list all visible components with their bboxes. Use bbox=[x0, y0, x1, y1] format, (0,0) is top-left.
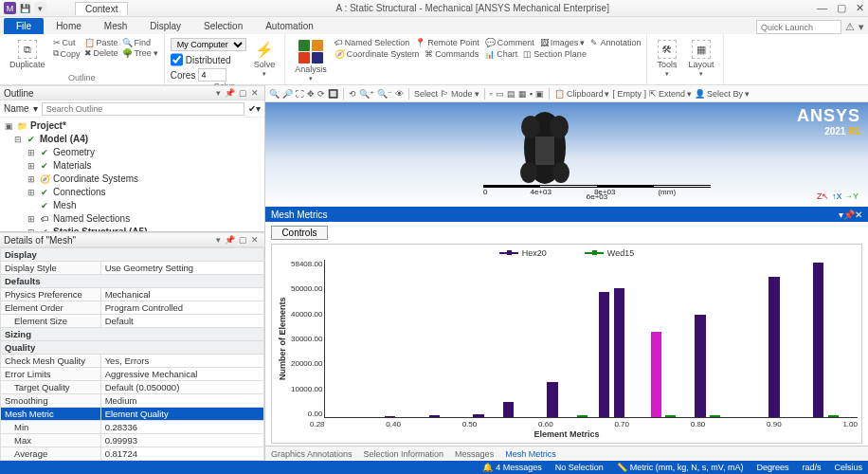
clipboard-button[interactable]: 📋 Clipboard▾ bbox=[554, 89, 610, 99]
sel-body-icon[interactable]: ▦ bbox=[518, 89, 527, 99]
details-val[interactable]: Program Controlled bbox=[100, 301, 263, 315]
mode-button[interactable]: 🏳 Mode▾ bbox=[441, 89, 479, 99]
tab-home[interactable]: Home bbox=[45, 18, 92, 34]
named-selection-button[interactable]: 🏷 Named Selection bbox=[335, 38, 410, 47]
tab-mesh[interactable]: Mesh bbox=[94, 18, 137, 34]
details-val[interactable]: Default (0.050000) bbox=[100, 381, 263, 394]
comment-button[interactable]: 💬 Comment bbox=[485, 38, 534, 47]
solve-button[interactable]: ⚡Solve▾ bbox=[250, 38, 280, 80]
details-section-defaults[interactable]: Defaults bbox=[1, 275, 264, 288]
context-tab[interactable]: Context bbox=[75, 2, 128, 15]
quick-launch-input[interactable] bbox=[756, 20, 841, 34]
mesh-pin-icon[interactable]: 📌 bbox=[843, 210, 855, 220]
cut-button[interactable]: ✂ Cut bbox=[53, 38, 81, 47]
search-dropdown-icon[interactable]: ✔▾ bbox=[248, 103, 261, 114]
outline-close-icon[interactable]: ✕ bbox=[249, 88, 261, 98]
tab-graphics-annotations[interactable]: Graphics Annotations bbox=[271, 449, 353, 459]
name-dropdown-icon[interactable]: ▾ bbox=[33, 103, 38, 114]
duplicate-button[interactable]: ⧉Duplicate bbox=[6, 38, 49, 71]
details-max-icon[interactable]: ▢ bbox=[237, 235, 249, 245]
zoom-out-icon[interactable]: 🔎 bbox=[282, 89, 293, 99]
tab-file[interactable]: File bbox=[4, 18, 44, 34]
details-pin-icon[interactable]: 📌 bbox=[223, 235, 237, 245]
delete-button[interactable]: ✖ Delete bbox=[84, 48, 118, 58]
status-units[interactable]: 📏 Metric (mm, kg, N, s, mV, mA) bbox=[617, 463, 744, 472]
zoom-all-icon[interactable]: 🔍⁺ bbox=[359, 89, 374, 99]
tab-selection[interactable]: Selection bbox=[193, 18, 253, 34]
find-button[interactable]: 🔍 Find bbox=[122, 38, 158, 47]
tools-button[interactable]: 🛠Tools▾ bbox=[653, 38, 680, 80]
triad-icon[interactable]: Z↖ ↑X →Y bbox=[817, 191, 859, 201]
details-val[interactable]: Yes, Errors bbox=[100, 355, 263, 368]
pan-icon[interactable]: ✥ bbox=[307, 89, 315, 99]
sel-node-icon[interactable]: ▪ bbox=[530, 89, 533, 99]
section-plane-button[interactable]: ◫ Section Plane bbox=[523, 49, 587, 59]
zoom-min-icon[interactable]: 🔍⁻ bbox=[377, 89, 392, 99]
layout-button[interactable]: ▦Layout▾ bbox=[684, 38, 717, 80]
tab-display[interactable]: Display bbox=[139, 18, 191, 34]
tree-connections[interactable]: ⊞✔Connections bbox=[0, 186, 264, 199]
cores-input[interactable] bbox=[198, 68, 226, 82]
legend-wed15[interactable]: Wed15 bbox=[585, 248, 634, 258]
view-3d[interactable]: ANSYS 2021 R1 04e+038e+03(mm) 6e+03 Z↖ ↑… bbox=[265, 102, 868, 207]
details-section-display[interactable]: Display bbox=[1, 248, 264, 262]
details-val[interactable]: Medium bbox=[100, 394, 263, 408]
solver-select[interactable]: My Computer bbox=[171, 38, 246, 51]
details-val[interactable]: Default bbox=[100, 315, 263, 328]
controls-button[interactable]: Controls bbox=[271, 226, 328, 240]
commands-button[interactable]: ⌘ Commands bbox=[425, 49, 479, 59]
select-button[interactable]: Select bbox=[414, 89, 438, 99]
sel-vertex-icon[interactable]: ▫ bbox=[490, 89, 493, 99]
images-button[interactable]: 🖼 Images▾ bbox=[540, 38, 586, 47]
outline-dropdown-icon[interactable]: ▾ bbox=[214, 88, 223, 98]
sel-edge-icon[interactable]: ▭ bbox=[496, 89, 504, 99]
view-icon[interactable]: 👁 bbox=[395, 89, 404, 99]
outline-max-icon[interactable]: ▢ bbox=[237, 88, 249, 98]
tab-messages[interactable]: Messages bbox=[455, 449, 494, 459]
zoom-box-icon[interactable]: 🔲 bbox=[328, 89, 338, 99]
mesh-close-icon[interactable]: ✕ bbox=[855, 210, 862, 220]
rotate-icon[interactable]: ⟳ bbox=[317, 89, 325, 99]
status-messages[interactable]: 🔔 4 Messages bbox=[482, 463, 542, 472]
tree-materials[interactable]: ⊞✔Materials bbox=[0, 159, 264, 173]
save-icon[interactable]: 💾 bbox=[19, 2, 31, 14]
details-val[interactable]: Mechanical bbox=[100, 288, 263, 301]
plot-area[interactable] bbox=[324, 260, 858, 418]
tree-button[interactable]: 🌳 Tree▾ bbox=[122, 48, 158, 58]
details-table[interactable]: Display Display StyleUse Geometry Settin… bbox=[0, 247, 264, 461]
details-section-quality[interactable]: Quality bbox=[1, 341, 264, 355]
tree-coord[interactable]: ⊞🧭Coordinate Systems bbox=[0, 173, 264, 186]
remote-point-button[interactable]: 📍 Remote Point bbox=[415, 38, 479, 47]
refresh-icon[interactable]: ⟲ bbox=[349, 89, 356, 99]
details-section-sizing[interactable]: Sizing bbox=[1, 328, 264, 341]
details-close-icon[interactable]: ✕ bbox=[249, 235, 261, 245]
tab-selection-info[interactable]: Selection Information bbox=[364, 449, 444, 459]
outline-pin-icon[interactable]: 📌 bbox=[223, 88, 237, 98]
copy-button[interactable]: ⧉ Copy bbox=[53, 48, 81, 59]
distributed-check[interactable] bbox=[171, 53, 183, 66]
tree-model[interactable]: ⊟✔Model (A4) bbox=[0, 133, 264, 146]
tab-automation[interactable]: Automation bbox=[255, 18, 324, 34]
tree-named-sel[interactable]: ⊞🏷Named Selections bbox=[0, 212, 264, 226]
tree-mesh[interactable]: ✔Mesh bbox=[0, 199, 264, 212]
help-icon[interactable]: ⚠ bbox=[845, 21, 855, 33]
tree-geometry[interactable]: ⊞✔Geometry bbox=[0, 146, 264, 159]
legend-hex20[interactable]: Hex20 bbox=[499, 248, 547, 258]
details-dropdown-icon[interactable]: ▾ bbox=[214, 235, 223, 245]
search-outline-input[interactable] bbox=[42, 102, 244, 116]
zoom-in-icon[interactable]: 🔍 bbox=[269, 89, 280, 99]
menu-icon[interactable]: ▾ bbox=[859, 21, 864, 33]
tree-project[interactable]: ▣📁Project* bbox=[0, 119, 264, 133]
chart-button[interactable]: 📊 Chart bbox=[484, 49, 517, 59]
paste-button[interactable]: 📋 Paste bbox=[84, 38, 118, 47]
analysis-button[interactable]: Analysis▾ bbox=[291, 38, 331, 84]
details-val[interactable]: Aggressive Mechanical bbox=[100, 368, 263, 381]
close-icon[interactable]: ✕ bbox=[856, 2, 864, 14]
dropdown-icon[interactable]: ▾ bbox=[34, 2, 46, 14]
sel-face-icon[interactable]: ▤ bbox=[507, 89, 515, 99]
details-val-selected[interactable]: Element Quality bbox=[100, 408, 263, 421]
extend-button[interactable]: ⇱ Extend▾ bbox=[649, 89, 692, 99]
coord-system-button[interactable]: 🧭 Coordinate System bbox=[335, 49, 420, 59]
maximize-icon[interactable]: ▢ bbox=[837, 2, 846, 14]
select-by-button[interactable]: 👤 Select By▾ bbox=[695, 89, 750, 99]
